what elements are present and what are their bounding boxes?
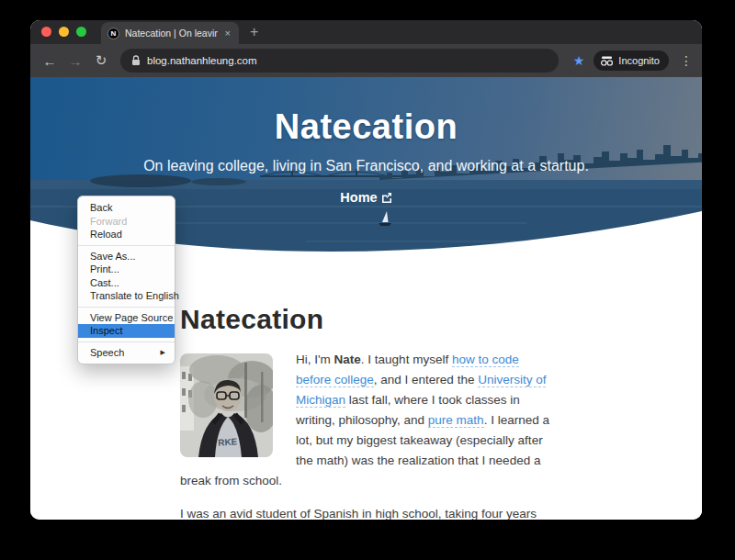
minimize-window-button[interactable] (59, 27, 69, 37)
article-heading: Natecation (180, 304, 552, 335)
bookmark-star-icon[interactable]: ★ (573, 53, 585, 68)
text-run: . I taught myself (361, 353, 452, 366)
profile-photo: RKE (180, 353, 273, 457)
incognito-badge: Incognito (594, 50, 669, 71)
link-pure-math[interactable]: pure math (428, 413, 484, 428)
article: Natecation (180, 304, 552, 520)
screenshot-stage: N Natecation | On leaving college, × + ←… (0, 0, 735, 560)
menu-item-inspect[interactable]: Inspect (78, 324, 175, 338)
shirt-text: RKE (218, 436, 238, 447)
submenu-arrow-icon: ▶ (161, 347, 167, 359)
incognito-label: Incognito (618, 55, 660, 66)
menu-item-forward[interactable]: Forward (78, 215, 175, 229)
lock-icon (131, 55, 141, 66)
tab-title: Natecation | On leaving college, (125, 28, 218, 39)
menu-item-back[interactable]: Back (78, 201, 175, 215)
about-paragraph-2: I was an avid student of Spanish in high… (180, 504, 552, 520)
menu-item-print[interactable]: Print... (78, 263, 175, 276)
menu-item-view-page-source[interactable]: View Page Source (78, 311, 175, 325)
site-title: Natecation (275, 107, 458, 147)
new-tab-button[interactable]: + (250, 25, 258, 39)
address-bar[interactable]: blog.nathanhleung.com (120, 49, 559, 73)
site-tagline: On leaving college, living in San Franci… (143, 158, 589, 174)
about-section: RKE Hi, I'm Nate. I taught myself how to… (180, 350, 552, 520)
menu-item-speech-label: Speech (90, 347, 124, 359)
menu-divider (78, 342, 175, 342)
profile-photo-graphic: RKE (180, 353, 273, 457)
external-link-icon (381, 192, 392, 203)
home-link-label: Home (340, 190, 377, 205)
menu-item-speech[interactable]: Speech ▶ (78, 346, 175, 360)
browser-tab[interactable]: N Natecation | On leaving college, × (101, 22, 239, 44)
incognito-icon (600, 56, 614, 66)
close-window-button[interactable] (41, 27, 51, 37)
menu-item-translate[interactable]: Translate to English (78, 289, 175, 303)
zoom-window-button[interactable] (76, 27, 86, 37)
tab-favicon-icon: N (107, 28, 119, 39)
text-run: , and I entered the (374, 373, 478, 386)
text-run: Hi, I'm (296, 353, 334, 366)
context-menu: Back Forward Reload Save As... Print... … (77, 196, 175, 364)
reload-icon[interactable]: ↻ (91, 52, 111, 69)
tab-strip: N Natecation | On leaving college, × + (30, 20, 702, 44)
name-bold: Nate (334, 353, 361, 366)
menu-item-save-as[interactable]: Save As... (78, 250, 175, 263)
menu-divider (78, 245, 175, 246)
menu-item-reload[interactable]: Reload (78, 228, 175, 241)
url-text: blog.nathanhleung.com (147, 55, 257, 66)
back-icon[interactable]: ← (40, 53, 60, 69)
browser-window: N Natecation | On leaving college, × + ←… (30, 20, 702, 520)
forward-icon[interactable]: → (65, 53, 85, 69)
browser-menu-icon[interactable]: ⋮ (680, 53, 693, 68)
menu-item-cast[interactable]: Cast... (78, 276, 175, 290)
home-link[interactable]: Home (340, 190, 391, 205)
tab-close-icon[interactable]: × (223, 28, 232, 39)
browser-toolbar: ← → ↻ blog.nathanhleung.com ★ Incognito (30, 44, 702, 77)
window-controls (30, 27, 96, 44)
menu-divider (78, 307, 175, 308)
